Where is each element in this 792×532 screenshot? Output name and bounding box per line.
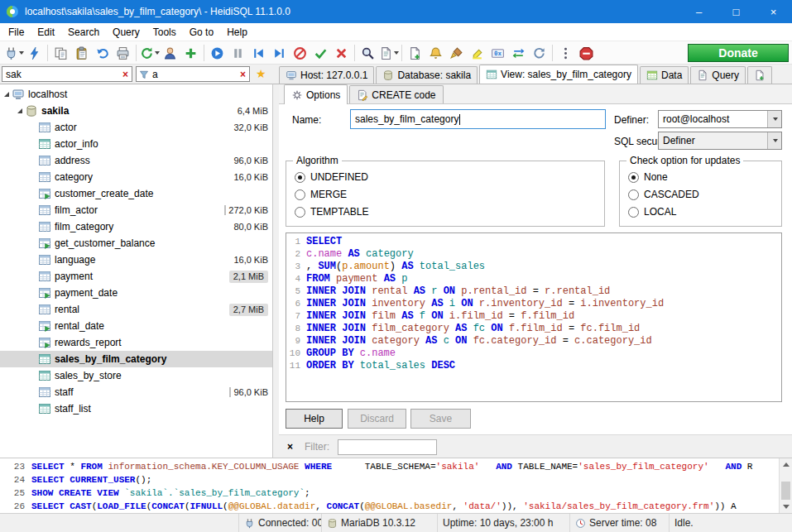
menu-item-help[interactable]: Help xyxy=(220,23,254,41)
execute-button[interactable] xyxy=(207,43,228,63)
tree-item-category[interactable]: category16,0 KiB xyxy=(0,169,272,185)
help-button[interactable]: Help xyxy=(286,409,343,429)
tab-options[interactable]: Options xyxy=(284,84,348,104)
hex-view-button[interactable]: 0x xyxy=(487,43,508,63)
tree-item-rewards_report[interactable]: rewards_report xyxy=(0,334,272,351)
name-input[interactable]: sales_by_film_category xyxy=(350,109,606,129)
tree-item-staff[interactable]: staff96,0 KiB xyxy=(0,384,272,400)
tab-data[interactable]: Data xyxy=(640,66,689,84)
radio-merge[interactable]: MERGE xyxy=(295,189,368,200)
tree-item-rental_date[interactable]: rental_date xyxy=(0,318,272,334)
apply-changes-button[interactable] xyxy=(310,43,331,63)
more-options-button[interactable] xyxy=(555,43,576,63)
tab-database[interactable]: Database: sakila xyxy=(376,66,478,84)
tree-item-sales_by_store[interactable]: sales_by_store xyxy=(0,367,272,384)
expander-expanded-icon[interactable] xyxy=(2,89,12,99)
cancel-operation-button[interactable] xyxy=(290,43,310,63)
user-manager-button[interactable] xyxy=(160,43,180,63)
menu-item-file[interactable]: File xyxy=(2,23,31,41)
tab-new-query[interactable] xyxy=(747,66,772,84)
create-new-button[interactable] xyxy=(180,43,201,63)
table-filter-clear-button[interactable]: × xyxy=(119,69,132,80)
scroll-thumb[interactable] xyxy=(781,482,790,500)
tree-item-sakila[interactable]: sakila6,4 MiB xyxy=(0,103,272,119)
tree-item-actor_info[interactable]: actor_info xyxy=(0,136,272,152)
menu-item-edit[interactable]: Edit xyxy=(31,23,61,41)
reformat-sql-button[interactable] xyxy=(446,43,467,63)
sql-editor[interactable]: 1SELECT2c.name AS category3, SUM(p.amoun… xyxy=(286,232,782,402)
size-badge: 96,0 KiB xyxy=(229,387,268,397)
pause-button[interactable] xyxy=(228,43,248,63)
radio-none[interactable]: None xyxy=(628,171,699,183)
print-button[interactable] xyxy=(113,43,133,63)
session-manager-button[interactable] xyxy=(3,43,24,63)
tree-item-film_actor[interactable]: film_actor272,0 KiB xyxy=(0,202,272,218)
tree-item-rental[interactable]: rental2,7 MiB xyxy=(0,301,272,318)
find-text-button[interactable] xyxy=(358,43,378,63)
swap-direction-button[interactable] xyxy=(508,43,529,63)
close-button[interactable]: × xyxy=(755,0,792,23)
menu-item-query[interactable]: Query xyxy=(106,23,146,41)
maximize-button[interactable]: □ xyxy=(718,0,755,23)
run-query-button[interactable] xyxy=(378,43,399,63)
undo-button[interactable] xyxy=(92,43,113,63)
record-last-button[interactable] xyxy=(269,43,290,63)
tab-host[interactable]: Host: 127.0.0.1 xyxy=(279,66,374,84)
database-filter-clear-button[interactable]: × xyxy=(237,69,249,80)
plug-icon xyxy=(4,46,18,60)
definer-dropdown-button[interactable] xyxy=(767,111,781,127)
tree-item-sales_by_film_category[interactable]: sales_by_film_category xyxy=(0,351,272,367)
record-first-button[interactable] xyxy=(248,43,269,63)
table-filter-input[interactable]: sak × xyxy=(2,66,132,82)
discard-changes-button[interactable] xyxy=(331,43,352,63)
paste-button[interactable] xyxy=(71,43,92,63)
menu-item-go-to[interactable]: Go to xyxy=(183,23,220,41)
log-scrollbar[interactable] xyxy=(779,458,792,513)
titlebar: localhost\sakila\sales_by_film_category\… xyxy=(0,0,792,23)
tab-query[interactable]: Query xyxy=(690,66,746,84)
save-button[interactable]: Save xyxy=(410,409,471,429)
refresh-button[interactable] xyxy=(139,43,160,63)
tree-item-payment_date[interactable]: payment_date xyxy=(0,285,272,301)
tree-item-language[interactable]: language16,0 KiB xyxy=(0,252,272,268)
tree-item-staff_list[interactable]: staff_list xyxy=(0,400,272,417)
radio-cascaded[interactable]: CASCADED xyxy=(628,189,699,200)
reconnect-button[interactable] xyxy=(529,43,550,63)
tree-item-get_customer_balance[interactable]: get_customer_balance xyxy=(0,235,272,252)
tab-create-code[interactable]: CREATE code xyxy=(349,85,443,103)
donate-button[interactable]: Donate xyxy=(688,44,789,62)
disconnect-button[interactable] xyxy=(24,43,45,63)
tab-view[interactable]: View: sales_by_film_category xyxy=(479,65,638,84)
scroll-up-icon[interactable] xyxy=(780,458,792,471)
tree-item-film_category[interactable]: film_category80,0 KiB xyxy=(0,218,272,235)
highlight-button[interactable] xyxy=(467,43,487,63)
tree-item-address[interactable]: address96,0 KiB xyxy=(0,152,272,169)
filter-close-button[interactable]: × xyxy=(287,441,293,453)
radio-undefined[interactable]: UNDEFINED xyxy=(295,171,368,183)
new-query-tab-button[interactable] xyxy=(405,43,425,63)
expander-expanded-icon[interactable] xyxy=(15,106,25,116)
tree-splitter[interactable] xyxy=(273,84,279,458)
menu-item-search[interactable]: Search xyxy=(61,23,106,41)
filter-input[interactable] xyxy=(338,439,437,455)
notifications-button[interactable] xyxy=(425,43,446,63)
stop-button[interactable] xyxy=(576,43,597,63)
minimize-button[interactable]: – xyxy=(680,0,718,23)
menu-item-tools[interactable]: Tools xyxy=(146,23,183,41)
discard-button[interactable]: Discard xyxy=(348,409,406,429)
definer-combobox[interactable]: root@localhost xyxy=(658,110,782,128)
radio-local[interactable]: LOCAL xyxy=(628,206,699,218)
sql-security-dropdown-button[interactable] xyxy=(767,132,781,149)
favorites-filter-button[interactable]: ★ xyxy=(256,67,266,80)
sql-security-combobox[interactable]: Definer xyxy=(658,132,782,150)
scroll-down-icon[interactable] xyxy=(780,501,792,513)
database-filter-input[interactable]: a × xyxy=(136,66,250,82)
table-icon xyxy=(38,270,51,283)
copy-button[interactable] xyxy=(50,43,71,63)
size-badge: 272,0 KiB xyxy=(224,205,268,215)
tree-item-payment[interactable]: payment2,1 MiB xyxy=(0,268,272,285)
tree-item-actor[interactable]: actor32,0 KiB xyxy=(0,119,272,136)
radio-temptable[interactable]: TEMPTABLE xyxy=(295,206,368,218)
tree-item-customer_create_date[interactable]: customer_create_date xyxy=(0,185,272,202)
tree-item-localhost[interactable]: localhost xyxy=(0,86,272,103)
